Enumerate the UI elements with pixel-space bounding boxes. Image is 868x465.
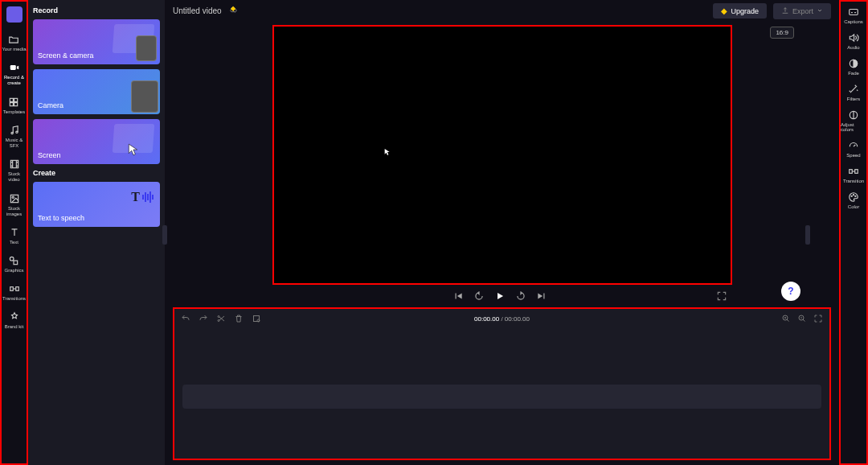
fade-icon: [848, 58, 859, 69]
prop-speed[interactable]: Speed: [846, 140, 860, 158]
prop-label: Captions: [844, 19, 863, 24]
stage-area: 16:9: [165, 22, 839, 307]
prop-label: Transition: [843, 179, 864, 183]
seek-forward-button[interactable]: [515, 290, 526, 302]
upgrade-button[interactable]: ◆ Upgrade: [713, 3, 767, 19]
record-heading: Record: [33, 6, 160, 14]
export-button[interactable]: Export: [773, 3, 831, 19]
record-create-panel: Record Screen & camera Camera Screen Cre…: [28, 0, 165, 465]
nav-label: Record & create: [2, 75, 27, 86]
card-screen-camera[interactable]: Screen & camera: [33, 19, 160, 64]
nav-label: Your media: [2, 47, 26, 52]
svg-rect-3: [10, 102, 14, 105]
prop-captions[interactable]: Captions: [844, 6, 863, 24]
create-heading: Create: [33, 169, 160, 177]
prop-transition[interactable]: Transition: [843, 166, 864, 183]
nav-label: Music & SFX: [2, 138, 27, 149]
image-icon: [9, 193, 20, 204]
transport-controls: [272, 285, 732, 307]
crop-button[interactable]: [252, 314, 261, 323]
video-canvas[interactable]: [272, 25, 732, 285]
person-thumb-icon: [131, 80, 158, 113]
nav-label: Brand kit: [5, 324, 24, 330]
nav-graphics[interactable]: Graphics: [4, 253, 23, 275]
svg-point-9: [12, 196, 14, 198]
project-title[interactable]: Untitled video: [173, 6, 222, 15]
help-button[interactable]: ?: [781, 282, 800, 301]
svg-point-5: [10, 132, 12, 134]
mouse-cursor-icon: [384, 145, 391, 153]
folder-icon: [8, 34, 19, 45]
wand-icon: [848, 84, 859, 95]
main-area: ◆ Untitled video ◆ Upgrade Export 16:9: [165, 0, 839, 465]
right-properties-rail: Captions Audio Fade Filters Adjust color…: [839, 0, 868, 465]
svg-point-14: [218, 316, 219, 318]
redo-button[interactable]: [199, 314, 208, 323]
speaker-icon: [848, 32, 859, 43]
cursor-icon: [128, 143, 139, 159]
zoom-in-button[interactable]: [781, 314, 791, 323]
prop-label: Speed: [846, 153, 860, 158]
card-text-to-speech[interactable]: T Text to speech: [33, 182, 160, 227]
zoom-out-button[interactable]: [797, 314, 807, 323]
gauge-icon: [848, 140, 859, 151]
nav-templates[interactable]: Templates: [3, 95, 25, 117]
split-button[interactable]: [216, 314, 226, 323]
svg-rect-2: [14, 98, 18, 101]
svg-rect-1: [10, 98, 14, 101]
music-icon: [9, 125, 20, 136]
prop-fade[interactable]: Fade: [848, 58, 859, 76]
prop-audio[interactable]: Audio: [847, 32, 859, 50]
svg-rect-16: [254, 316, 260, 322]
prop-filters[interactable]: Filters: [847, 84, 860, 101]
captions-icon: [848, 6, 859, 18]
button-label: Export: [792, 7, 813, 15]
collapse-right-panel[interactable]: [805, 225, 810, 245]
templates-icon: [8, 97, 19, 108]
premium-badge-icon: ◆: [231, 5, 235, 12]
nav-your-media[interactable]: Your media: [2, 32, 26, 54]
timeline-timecode: 00:00.00 / 00:00.00: [474, 315, 530, 323]
nav-label: Transitions: [2, 296, 26, 302]
nav-record-create[interactable]: Record & create: [2, 60, 27, 88]
text-icon: [9, 227, 20, 238]
prop-adjust-colors[interactable]: Adjust colors: [841, 109, 866, 132]
svg-point-26: [853, 195, 854, 195]
svg-point-27: [855, 195, 856, 196]
app-logo[interactable]: [6, 6, 23, 23]
svg-point-15: [218, 320, 219, 322]
timeline-panel: 00:00.00 / 00:00.00: [173, 307, 831, 460]
contrast-icon: [848, 109, 859, 121]
prop-label: Filters: [847, 97, 860, 101]
nav-music-sfx[interactable]: Music & SFX: [2, 123, 27, 150]
card-label: Camera: [38, 101, 63, 109]
card-label: Screen & camera: [38, 51, 94, 60]
fit-button[interactable]: [813, 314, 823, 323]
svg-rect-20: [850, 10, 858, 15]
svg-point-25: [851, 195, 852, 196]
collapse-left-panel[interactable]: [162, 225, 167, 245]
delete-button[interactable]: [234, 314, 244, 323]
nav-stock-images[interactable]: Stock images: [2, 191, 27, 219]
card-screen[interactable]: Screen: [33, 119, 160, 164]
aspect-ratio-selector[interactable]: 16:9: [770, 27, 794, 39]
palette-icon: [848, 191, 859, 203]
svg-rect-4: [14, 102, 18, 105]
nav-brand-kit[interactable]: Brand kit: [5, 310, 24, 331]
card-camera[interactable]: Camera: [33, 69, 160, 114]
skip-end-button[interactable]: [536, 290, 547, 302]
prop-label: Adjust colors: [841, 122, 866, 132]
fullscreen-button[interactable]: [716, 290, 727, 302]
prop-color[interactable]: Color: [848, 191, 859, 209]
nav-label: Text: [10, 240, 18, 245]
nav-stock-video[interactable]: Stock video: [2, 157, 27, 184]
nav-transitions[interactable]: Transitions: [2, 282, 26, 303]
button-label: Upgrade: [731, 7, 759, 15]
timeline-track[interactable]: [182, 385, 821, 409]
nav-text[interactable]: Text: [9, 225, 20, 247]
skip-start-button[interactable]: [452, 290, 464, 302]
top-bar: Untitled video ◆ Upgrade Export: [165, 0, 839, 22]
play-button[interactable]: [494, 290, 506, 302]
seek-back-button[interactable]: [473, 290, 485, 302]
undo-button[interactable]: [181, 314, 190, 323]
